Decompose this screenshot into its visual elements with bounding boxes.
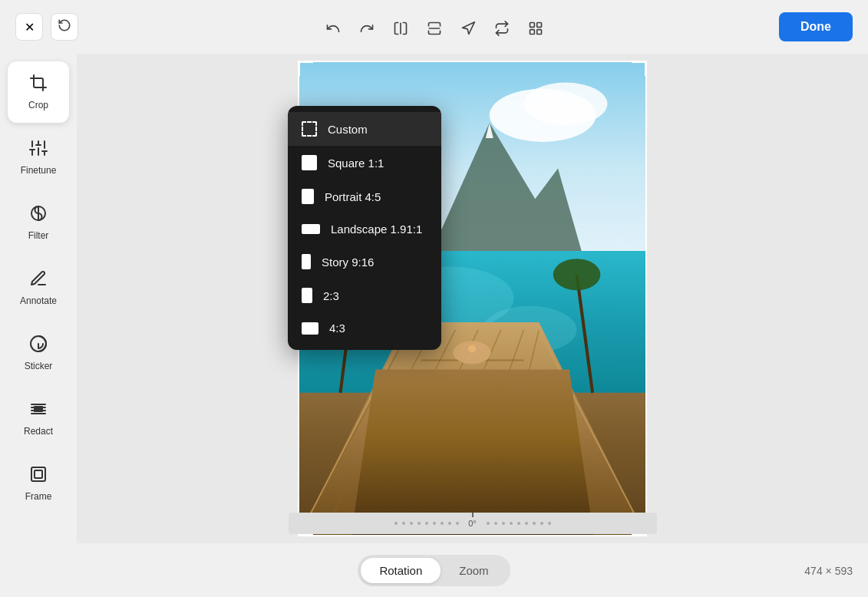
- sidebar-item-finetune[interactable]: Finetune: [8, 127, 69, 188]
- sidebar-item-filter-label: Filter: [28, 230, 49, 241]
- svg-rect-23: [31, 467, 45, 481]
- rotate-right-button[interactable]: [487, 14, 517, 43]
- mirror-button[interactable]: [454, 14, 483, 43]
- filter-icon: [29, 204, 48, 227]
- menu-item-4-3-label: 4:3: [329, 322, 345, 335]
- ratio-2-3-icon: [302, 288, 312, 303]
- svg-rect-4: [536, 23, 541, 28]
- menu-item-2-3-label: 2:3: [323, 289, 339, 302]
- sidebar-item-annotate[interactable]: Annotate: [8, 257, 69, 318]
- rotation-ruler[interactable]: 0°: [289, 513, 657, 534]
- tab-rotation[interactable]: Rotation: [361, 558, 441, 583]
- menu-item-2-3[interactable]: 2:3: [288, 279, 441, 312]
- redo-button[interactable]: [352, 14, 381, 43]
- sidebar-item-crop[interactable]: Crop: [8, 61, 69, 123]
- svg-point-30: [523, 83, 607, 126]
- ratio-4-3-icon: [302, 322, 318, 335]
- svg-point-37: [553, 259, 601, 291]
- menu-item-portrait-label: Portrait 4:5: [325, 190, 381, 203]
- sidebar-item-annotate-label: Annotate: [20, 295, 57, 306]
- menu-item-story[interactable]: Story 9:16: [288, 245, 441, 279]
- portrait-icon: [302, 189, 314, 204]
- toolbar-center: [318, 14, 550, 43]
- flip-h-button[interactable]: [386, 14, 415, 43]
- bottom-tab-group: Rotation Zoom: [358, 555, 510, 586]
- svg-rect-3: [530, 23, 534, 28]
- svg-marker-2: [462, 22, 474, 35]
- redact-icon: [29, 400, 48, 423]
- crop-icon: [29, 74, 48, 97]
- sidebar-item-frame[interactable]: Frame: [8, 453, 69, 514]
- bottom-bar: 0° Rotation Zoom 474 × 593: [0, 543, 868, 597]
- sidebar-item-filter[interactable]: Filter: [8, 192, 69, 253]
- crop-aspect-dropdown: Custom Square 1:1 Portrait 4:5 Landscape…: [288, 106, 441, 350]
- header: ✕: [0, 0, 868, 54]
- svg-rect-5: [536, 30, 541, 35]
- menu-item-square[interactable]: Square 1:1: [288, 146, 441, 180]
- menu-item-story-label: Story 9:16: [322, 256, 374, 269]
- sidebar-item-sticker-label: Sticker: [25, 361, 53, 371]
- svg-line-39: [322, 330, 433, 535]
- menu-item-landscape-label: Landscape 1.91:1: [331, 223, 422, 236]
- dimensions-label: 474 × 593: [804, 565, 853, 577]
- custom-icon: [302, 121, 317, 137]
- svg-rect-24: [35, 470, 42, 478]
- grid-button[interactable]: [521, 14, 550, 43]
- finetune-icon: [29, 139, 48, 162]
- header-left: ✕: [15, 13, 78, 41]
- reset-icon: [58, 18, 71, 35]
- sticker-icon: [29, 335, 48, 358]
- menu-item-custom-label: Custom: [328, 123, 368, 136]
- menu-item-custom[interactable]: Custom: [288, 112, 441, 146]
- done-button[interactable]: Done: [779, 12, 853, 41]
- menu-item-square-label: Square 1:1: [328, 157, 384, 170]
- svg-point-50: [468, 345, 476, 352]
- close-icon: ✕: [25, 20, 35, 35]
- square-icon: [302, 155, 317, 170]
- sidebar-item-redact-label: Redact: [24, 426, 53, 437]
- canvas-area: Custom Square 1:1 Portrait 4:5 Landscape…: [77, 54, 868, 543]
- sidebar-item-frame-label: Frame: [25, 491, 52, 502]
- svg-rect-6: [530, 30, 534, 35]
- svg-rect-22: [34, 406, 43, 412]
- landscape-icon: [302, 224, 320, 234]
- sidebar-item-sticker[interactable]: Sticker: [8, 322, 69, 384]
- sidebar-item-redact[interactable]: Redact: [8, 388, 69, 449]
- flip-v-button[interactable]: [420, 14, 449, 43]
- crop-handle-top-right[interactable]: [632, 61, 647, 76]
- menu-item-portrait[interactable]: Portrait 4:5: [288, 180, 441, 213]
- annotate-icon: [29, 269, 48, 292]
- menu-item-landscape[interactable]: Landscape 1.91:1: [288, 213, 441, 245]
- ruler-degree-label: 0°: [464, 519, 482, 528]
- crop-handle-top-left[interactable]: [298, 61, 313, 76]
- sidebar-item-crop-label: Crop: [28, 100, 48, 110]
- tab-zoom[interactable]: Zoom: [441, 558, 507, 583]
- reset-button[interactable]: [51, 13, 78, 41]
- close-button[interactable]: ✕: [15, 13, 43, 41]
- menu-item-4-3[interactable]: 4:3: [288, 312, 441, 344]
- story-icon: [302, 254, 311, 269]
- frame-icon: [29, 465, 48, 488]
- sidebar-item-finetune-label: Finetune: [21, 165, 57, 176]
- undo-button[interactable]: [318, 14, 348, 43]
- sidebar: Crop Finetune Filter: [0, 54, 77, 597]
